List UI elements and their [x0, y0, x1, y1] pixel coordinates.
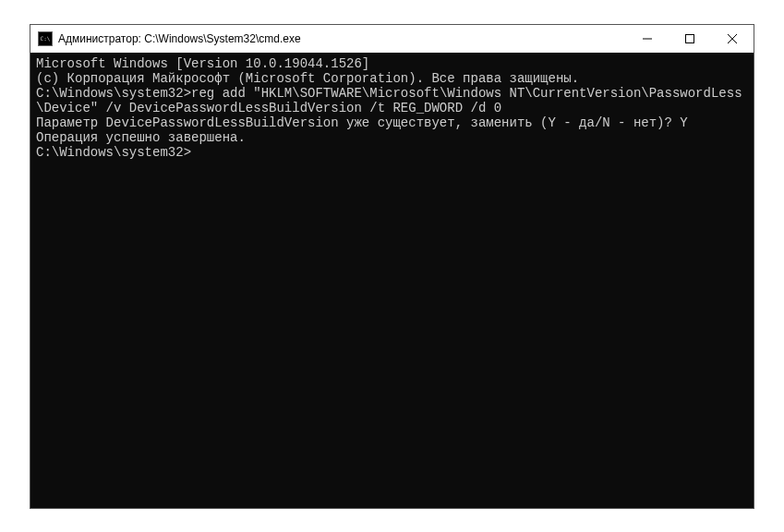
window-title: Администратор: C:\Windows\System32\cmd.e…	[58, 32, 626, 45]
minimize-icon	[643, 34, 652, 43]
version-line: Microsoft Windows [Version 10.0.19044.15…	[36, 56, 748, 71]
confirm-answer: Y	[680, 115, 687, 130]
titlebar[interactable]: Администратор: C:\Windows\System32\cmd.e…	[30, 25, 754, 53]
svg-rect-1	[686, 34, 694, 42]
command-line: C:\Windows\system32>reg add "HKLM\SOFTWA…	[36, 86, 748, 115]
current-prompt: C:\Windows\system32>	[36, 145, 748, 160]
close-icon	[728, 34, 737, 43]
minimize-button[interactable]	[626, 25, 669, 53]
maximize-button[interactable]	[669, 25, 711, 53]
copyright-line: (c) Корпорация Майкрософт (Microsoft Cor…	[36, 71, 748, 86]
window-controls	[626, 25, 754, 53]
maximize-icon	[685, 34, 694, 43]
terminal-output[interactable]: Microsoft Windows [Version 10.0.19044.15…	[30, 53, 754, 508]
cmd-icon	[38, 31, 53, 46]
cmd-window: Администратор: C:\Windows\System32\cmd.e…	[30, 24, 754, 509]
confirm-question: Параметр DevicePasswordLessBuildVersion …	[36, 115, 680, 130]
prompt: C:\Windows\system32>	[36, 86, 191, 101]
result-line: Операция успешно завершена.	[36, 130, 748, 145]
close-button[interactable]	[711, 25, 754, 53]
confirm-line: Параметр DevicePasswordLessBuildVersion …	[36, 115, 748, 130]
